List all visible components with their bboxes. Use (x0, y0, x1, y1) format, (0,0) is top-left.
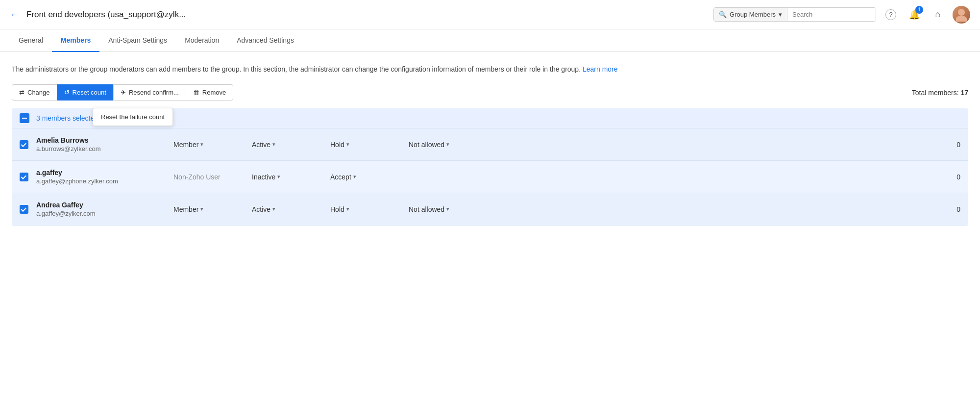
resend-confirm-button[interactable]: ✈ Resend confirm... (113, 84, 186, 101)
deselect-all-button[interactable] (20, 113, 29, 123)
member-name-3: Andrea Gaffey (36, 201, 173, 209)
avatar-image (953, 6, 970, 24)
member-delivery-1[interactable]: Hold ▾ (330, 141, 409, 149)
total-members: Total members: 17 (912, 89, 968, 97)
member-count-3: 0 (921, 205, 960, 213)
member-status-1[interactable]: Active ▾ (252, 141, 330, 149)
send-icon: ✈ (121, 89, 126, 96)
header: ← Front end developers (usa_support@zylk… (0, 0, 980, 29)
member-status-3[interactable]: Active ▾ (252, 205, 330, 213)
notification-wrapper: 🔔 1 (906, 6, 923, 24)
table-row: Amelia Burrows a.burrows@zylker.com Memb… (12, 128, 968, 161)
checkmark-icon (21, 142, 26, 147)
chevron-down-icon: ▾ (272, 141, 275, 148)
remove-button[interactable]: 🗑 Remove (186, 84, 233, 101)
member-posting-3[interactable]: Not allowed ▾ (409, 205, 487, 213)
members-area: 3 members selected Amelia Burrows a.burr… (12, 108, 968, 226)
member-status-2[interactable]: Inactive ▾ (252, 173, 330, 181)
chevron-down-icon: ▾ (446, 141, 449, 148)
search-icon: 🔍 (719, 11, 727, 18)
member-role-1[interactable]: Member ▾ (173, 141, 252, 149)
member-info-3: Andrea Gaffey a.gaffey@zylker.com (36, 201, 173, 217)
member-count-2: 0 (921, 173, 960, 181)
member-role-3[interactable]: Member ▾ (173, 205, 252, 213)
member-count-1: 0 (921, 141, 960, 149)
member-checkbox-1[interactable] (20, 140, 28, 149)
chevron-down-icon: ▾ (200, 206, 203, 212)
member-checkbox-3[interactable] (20, 205, 28, 214)
help-icon: ? (885, 9, 896, 20)
member-checkbox-2[interactable] (20, 173, 28, 181)
table-row: Andrea Gaffey a.gaffey@zylker.com Member… (12, 193, 968, 226)
home-button[interactable]: ⌂ (929, 6, 947, 24)
tabs-container: General Members Anti-Spam Settings Moder… (0, 29, 980, 52)
member-posting-1[interactable]: Not allowed ▾ (409, 141, 487, 149)
member-info-1: Amelia Burrows a.burrows@zylker.com (36, 136, 173, 152)
search-container: 🔍 Group Members ▾ (713, 7, 876, 22)
change-button[interactable]: ⇄ Change (12, 84, 57, 101)
tab-anti-spam[interactable]: Anti-Spam Settings (99, 29, 176, 52)
reset-count-tooltip: Reset the failure count (93, 108, 173, 126)
chevron-down-icon: ▾ (346, 206, 349, 212)
back-icon: ← (10, 8, 21, 21)
home-icon: ⌂ (935, 9, 941, 20)
checkmark-icon (21, 174, 26, 179)
chevron-down-icon: ▾ (272, 206, 275, 212)
notification-badge: 1 (915, 6, 923, 14)
header-actions: 🔍 Group Members ▾ ? 🔔 1 ⌂ (713, 6, 970, 24)
member-email-3: a.gaffey@zylker.com (36, 210, 173, 217)
chevron-down-icon: ▾ (446, 206, 449, 212)
member-delivery-2[interactable]: Accept ▾ (330, 173, 409, 181)
tab-members[interactable]: Members (52, 29, 99, 52)
toolbar: ⇄ Change ↺ Reset count ✈ Resend confirm.… (12, 84, 968, 101)
member-delivery-3[interactable]: Hold ▾ (330, 205, 409, 213)
search-dropdown-label: Group Members (730, 11, 776, 18)
chevron-down-icon: ▾ (200, 141, 203, 148)
checkmark-icon (21, 206, 26, 212)
search-dropdown[interactable]: 🔍 Group Members ▾ (714, 8, 787, 21)
help-button[interactable]: ? (882, 6, 900, 24)
learn-more-link[interactable]: Learn more (583, 65, 618, 73)
chevron-down-icon: ▾ (779, 11, 782, 18)
search-input[interactable] (787, 8, 876, 21)
chevron-down-icon: ▾ (353, 174, 356, 180)
member-email-1: a.burrows@zylker.com (36, 145, 173, 152)
content-area: The administrators or the group moderato… (0, 52, 980, 226)
avatar[interactable] (953, 6, 970, 24)
member-name-1: Amelia Burrows (36, 136, 173, 144)
trash-icon: 🗑 (193, 89, 199, 96)
chevron-down-icon: ▾ (277, 174, 280, 180)
reset-count-button[interactable]: ↺ Reset count (57, 84, 113, 101)
table-row: a.gaffey a.gaffey@zphone.zylker.com Non-… (12, 161, 968, 193)
change-icon: ⇄ (19, 89, 24, 96)
member-email-2: a.gaffey@zphone.zylker.com (36, 177, 173, 185)
reset-icon: ↺ (64, 89, 70, 96)
member-info-2: a.gaffey a.gaffey@zphone.zylker.com (36, 169, 173, 185)
back-button[interactable]: ← (10, 8, 21, 21)
member-name-2: a.gaffey (36, 169, 173, 176)
member-role-2: Non-Zoho User (173, 173, 252, 181)
selected-count-text: 3 members selected (36, 114, 98, 122)
description-text: The administrators or the group moderato… (12, 64, 968, 75)
page-title: Front end developers (usa_support@zylk..… (26, 10, 713, 20)
tab-general[interactable]: General (10, 29, 52, 52)
tab-advanced[interactable]: Advanced Settings (228, 29, 303, 52)
tab-moderation[interactable]: Moderation (176, 29, 228, 52)
chevron-down-icon: ▾ (346, 141, 349, 148)
